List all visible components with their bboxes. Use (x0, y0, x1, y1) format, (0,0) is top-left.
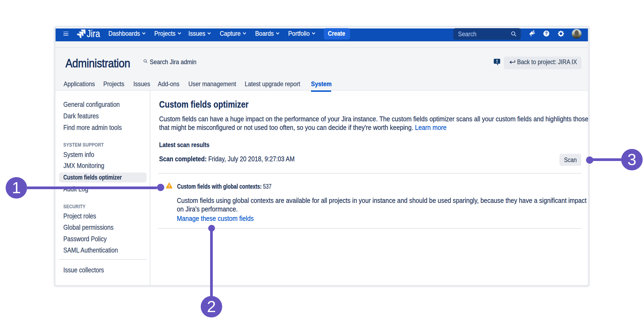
svg-text:?: ? (545, 31, 548, 36)
